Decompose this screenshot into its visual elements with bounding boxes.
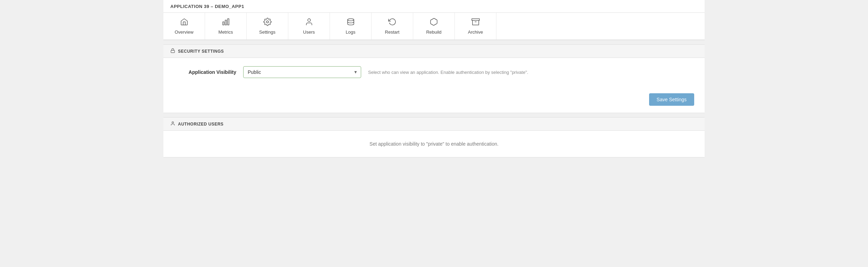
archive-icon	[471, 18, 480, 27]
tab-rebuild[interactable]: Rebuild	[413, 13, 455, 40]
visibility-label: Application Visibility	[174, 69, 236, 75]
overview-icon	[180, 18, 188, 27]
svg-point-5	[348, 19, 354, 21]
archive-label: Archive	[468, 29, 483, 35]
tab-metrics[interactable]: Metrics	[205, 13, 247, 40]
form-actions: Save Settings	[163, 93, 705, 113]
lock-icon	[170, 48, 175, 54]
restart-label: Restart	[385, 29, 400, 35]
tab-users[interactable]: Users	[288, 13, 330, 40]
tab-logs[interactable]: Logs	[330, 13, 372, 40]
save-settings-button[interactable]: Save Settings	[649, 93, 694, 106]
visibility-form-row: Application Visibility Public Private ▼ …	[174, 66, 694, 78]
svg-rect-0	[223, 22, 224, 25]
visibility-select[interactable]: Public Private	[243, 66, 361, 78]
visibility-select-wrapper: Public Private ▼	[243, 66, 361, 78]
overview-label: Overview	[175, 29, 193, 35]
authorized-users-body: Set application visibility to "private" …	[163, 131, 705, 157]
users-label: Users	[303, 29, 315, 35]
tab-overview[interactable]: Overview	[163, 13, 205, 40]
authorized-users-title: AUTHORIZED USERS	[178, 122, 223, 127]
tab-archive[interactable]: Archive	[455, 13, 496, 40]
security-settings-body: Application Visibility Public Private ▼ …	[163, 58, 705, 93]
svg-rect-2	[228, 19, 229, 25]
security-settings-header: SECURITY SETTINGS	[163, 45, 705, 58]
users-icon	[305, 18, 313, 27]
rebuild-icon	[430, 18, 438, 27]
svg-point-9	[172, 122, 174, 123]
authorized-users-header: AUTHORIZED USERS	[163, 118, 705, 131]
svg-rect-6	[472, 19, 479, 20]
nav-tabs: Overview Metrics Settings	[163, 13, 705, 40]
svg-rect-1	[225, 20, 227, 25]
svg-rect-8	[171, 50, 175, 52]
settings-icon	[263, 18, 272, 27]
metrics-label: Metrics	[219, 29, 233, 35]
security-settings-title: SECURITY SETTINGS	[178, 49, 224, 54]
svg-point-3	[266, 21, 269, 23]
visibility-hint: Select who can view an application. Enab…	[368, 70, 528, 75]
restart-icon	[388, 18, 397, 27]
authorized-users-icon	[170, 121, 175, 127]
app-title: APPLICATION 39 – DEMO_APP1	[170, 4, 244, 9]
rebuild-label: Rebuild	[426, 29, 441, 35]
authorized-users-message: Set application visibility to "private" …	[369, 141, 499, 147]
security-settings-section: SECURITY SETTINGS Application Visibility…	[163, 44, 705, 113]
metrics-icon	[222, 18, 230, 27]
app-header: APPLICATION 39 – DEMO_APP1	[163, 0, 705, 13]
settings-label: Settings	[259, 29, 275, 35]
logs-label: Logs	[346, 29, 355, 35]
tab-settings[interactable]: Settings	[247, 13, 288, 40]
logs-icon	[347, 18, 355, 27]
svg-point-4	[308, 19, 310, 21]
tab-restart[interactable]: Restart	[372, 13, 413, 40]
authorized-users-section: AUTHORIZED USERS Set application visibil…	[163, 117, 705, 157]
app-container: APPLICATION 39 – DEMO_APP1 Overview	[163, 0, 705, 157]
